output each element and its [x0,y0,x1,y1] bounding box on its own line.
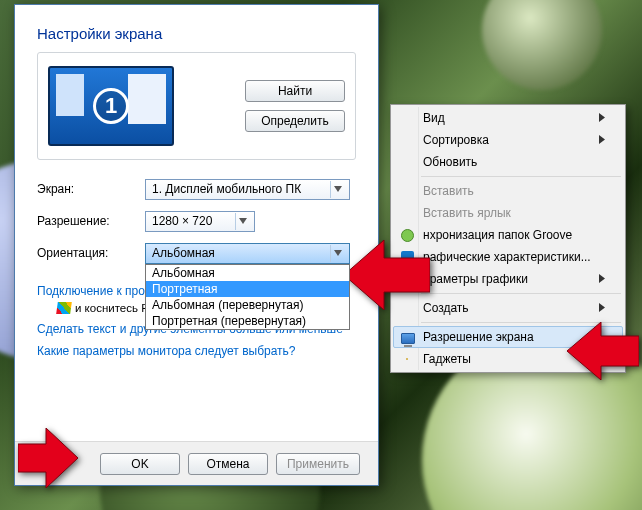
orientation-option[interactable]: Портретная [146,281,349,297]
menu-separator [421,176,621,177]
ok-button[interactable]: OK [100,453,180,475]
cancel-button[interactable]: Отмена [188,453,268,475]
menu-item-label: Вставить ярлык [423,206,511,220]
monitor-icon [400,330,416,346]
annotation-arrow-right-icon [18,428,78,491]
chevron-down-icon [330,181,345,198]
display-settings-dialog: Настройки экрана 1 Найти Определить Экра… [14,4,379,486]
detect-button[interactable]: Определить [245,110,345,132]
orientation-label: Ориентация: [37,246,145,260]
monitor-number: 1 [93,88,129,124]
submenu-arrow-icon [599,133,605,147]
submenu-arrow-icon [599,272,605,286]
menu-item-label: Вставить [423,184,474,198]
chevron-down-icon [330,245,345,262]
menu-item-label: Вид [423,111,445,125]
orientation-option[interactable]: Альбомная (перевернутая) [146,297,349,313]
find-button[interactable]: Найти [245,80,345,102]
apply-button[interactable]: Применить [276,453,360,475]
gadget-icon [399,351,415,367]
screen-combobox[interactable]: 1. Дисплей мобильного ПК [145,179,350,200]
windows-logo-icon [56,302,72,314]
menu-item[interactable]: Вид [393,107,623,129]
screen-label: Экран: [37,182,145,196]
resolution-label: Разрешение: [37,214,145,228]
screen-combobox-value: 1. Дисплей мобильного ПК [152,182,301,196]
chevron-down-icon [235,213,250,230]
submenu-arrow-icon [599,301,605,315]
monitor-preview-group: 1 Найти Определить [37,52,356,160]
menu-item-label: Обновить [423,155,477,169]
orientation-option[interactable]: Альбомная [146,265,349,281]
menu-item-label: нхронизация папок Groove [423,228,572,242]
menu-item: Вставить [393,180,623,202]
submenu-arrow-icon [599,111,605,125]
menu-item-label: рафические характеристики... [423,250,591,264]
annotation-arrow-left-icon [567,322,639,383]
menu-item-label: Гаджеты [423,352,471,366]
annotation-arrow-left-icon [344,240,430,313]
orientation-dropdown[interactable]: АльбомнаяПортретнаяАльбомная (перевернут… [145,264,350,330]
dialog-title: Настройки экрана [15,5,378,52]
menu-item[interactable]: Обновить [393,151,623,173]
orientation-option[interactable]: Портретная (перевернутая) [146,313,349,329]
menu-item-label: Разрешение экрана [423,330,534,344]
monitor-thumbnail[interactable]: 1 [48,66,174,146]
menu-separator [421,293,621,294]
menu-item-label: Сортировка [423,133,489,147]
which-params-link[interactable]: Какие параметры монитора следует выбрать… [37,344,356,358]
menu-item-label: араметры графики [423,272,528,286]
resolution-combobox-value: 1280 × 720 [152,214,212,228]
orientation-combobox[interactable]: Альбомная АльбомнаяПортретнаяАльбомная (… [145,243,350,264]
menu-item[interactable]: Сортировка [393,129,623,151]
orientation-combobox-value: Альбомная [152,246,215,260]
resolution-combobox[interactable]: 1280 × 720 [145,211,255,232]
menu-item: Вставить ярлык [393,202,623,224]
